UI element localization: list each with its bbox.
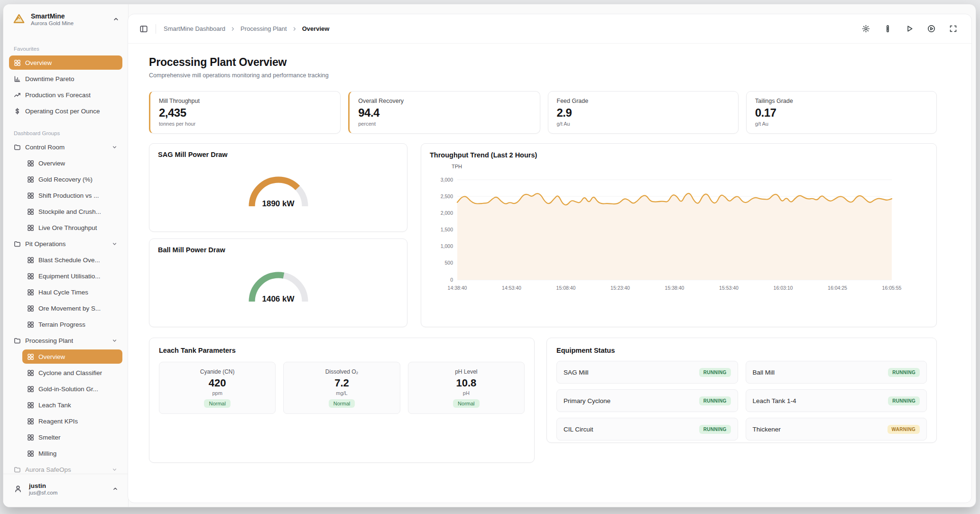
sidebar-item-label: Stockpile and Crush...: [38, 208, 101, 215]
panel-header: SmartMine Dashboard Processing Plant Ove…: [128, 14, 971, 44]
brand: SmartMine Aurora Gold Mine: [3, 4, 128, 30]
breadcrumb-item[interactable]: Processing Plant: [240, 25, 287, 32]
group-label: Control Room: [25, 144, 65, 151]
page-title: Processing Plant Overview: [149, 56, 937, 69]
grid-icon: [27, 289, 34, 296]
svg-text:0: 0: [450, 277, 453, 283]
kpi-card-feed-grade: Feed Grade 2.9 g/t Au: [548, 91, 739, 134]
sidebar-item-blast-schedule-ove-[interactable]: Blast Schedule Ove...: [22, 253, 122, 267]
group-label: Pit Operations: [25, 240, 66, 248]
sidebar-group-aurora-safeops[interactable]: Aurora SafeOps: [9, 462, 122, 474]
svg-text:500: 500: [444, 260, 453, 266]
kpi-label: Mill Throughput: [159, 98, 332, 104]
ball-mill-gauge: 1406 kW: [238, 260, 319, 304]
param-unit: pH: [463, 390, 470, 396]
play-circle-icon[interactable]: [924, 22, 938, 36]
status-badge: RUNNING: [888, 396, 920, 405]
sidebar-item-production-vs-forecast[interactable]: Production vs Forecast: [9, 88, 122, 102]
sidebar-item-equipment-utilisatio-[interactable]: Equipment Utilisatio...: [22, 269, 122, 283]
sidebar-item-shift-production-vs-[interactable]: Shift Production vs ...: [22, 188, 122, 202]
grid-icon: [27, 418, 34, 425]
throughput-trend-card: Throughput Trend (Last 2 Hours) TPH05001…: [421, 143, 937, 327]
sidebar-item-gold-recovery-[interactable]: Gold Recovery (%): [22, 172, 122, 186]
kpi-value: 2.9: [557, 106, 730, 119]
sidebar-item-label: Live Ore Throughput: [38, 224, 97, 231]
param-unit: ppm: [212, 390, 222, 396]
sidebar-item-live-ore-throughput[interactable]: Live Ore Throughput: [22, 220, 122, 235]
kpi-value: 0.17: [755, 106, 928, 119]
gauge-value: 1890 kW: [238, 199, 319, 209]
user-footer[interactable]: justin jus@sf.com: [3, 474, 128, 507]
sidebar-item-overview[interactable]: Overview: [9, 55, 122, 70]
status-badge: Normal: [453, 399, 479, 408]
play-icon[interactable]: [902, 22, 916, 36]
sidebar-item-leach-tank[interactable]: Leach Tank: [22, 398, 122, 412]
grid-icon: [27, 402, 34, 409]
sidebar-item-smelter[interactable]: Smelter: [22, 430, 122, 444]
grid-icon: [27, 305, 34, 312]
sidebar-item-stockpile-and-crush-[interactable]: Stockpile and Crush...: [22, 204, 122, 219]
param-value: 420: [209, 377, 226, 389]
thermometer-icon[interactable]: [880, 22, 895, 36]
sidebar-item-overview[interactable]: Overview: [22, 349, 122, 364]
sidebar-item-label: Overview: [25, 59, 52, 66]
sidebar-group-control-room[interactable]: Control Room: [9, 140, 122, 154]
sag-mill-gauge: 1890 kW: [238, 165, 319, 209]
equipment-status-card: Equipment Status SAG Mill RUNNINGBall Mi…: [546, 338, 937, 443]
sidebar-item-label: Gold Recovery (%): [38, 176, 92, 183]
equipment-card-title: Equipment Status: [556, 347, 927, 354]
svg-text:16:05:55: 16:05:55: [882, 285, 902, 291]
sidebar-item-label: Milling: [38, 450, 56, 457]
header-divider: [156, 24, 156, 34]
sidebar-item-terrain-progress[interactable]: Terrain Progress: [22, 317, 122, 331]
sidebar-item-label: Production vs Forecast: [25, 92, 91, 99]
sidebar-item-operating-cost-per-ounce[interactable]: Operating Cost per Ounce: [9, 104, 122, 118]
sidebar-group-processing-plant[interactable]: Processing Plant: [9, 333, 122, 348]
sidebar-item-label: Ore Movement by S...: [38, 305, 101, 312]
grid-icon: [27, 353, 34, 360]
breadcrumb-item[interactable]: SmartMine Dashboard: [164, 25, 225, 32]
sidebar-scroll-area[interactable]: Favourites OverviewDowntime ParetoProduc…: [3, 40, 128, 474]
sidebar-item-overview[interactable]: Overview: [22, 156, 122, 170]
status-badge: Normal: [329, 399, 355, 408]
folder-icon: [14, 466, 21, 473]
kpi-value: 2,435: [159, 106, 332, 119]
sidebar-item-cyclone-and-classifier[interactable]: Cyclone and Classifier: [22, 366, 122, 380]
sidebar-item-downtime-pareto[interactable]: Downtime Pareto: [9, 72, 122, 86]
sidebar-item-milling[interactable]: Milling: [22, 446, 122, 460]
settings-icon[interactable]: [859, 22, 873, 36]
sidebar-item-haul-cycle-times[interactable]: Haul Cycle Times: [22, 285, 122, 299]
trend-icon: [14, 92, 21, 99]
page-subtitle: Comprehensive mill operations monitoring…: [149, 72, 937, 79]
status-badge: RUNNING: [699, 425, 731, 434]
grid-icon: [27, 434, 34, 441]
panel-left-toggle-icon[interactable]: [138, 23, 150, 35]
param-unit: mg/L: [336, 390, 347, 396]
svg-text:15:23:40: 15:23:40: [610, 285, 630, 291]
kpi-unit: percent: [358, 121, 531, 127]
sag-mill-gauge-card: SAG Mill Power Draw 1890 kW: [149, 143, 407, 232]
gauge-card-title: SAG Mill Power Draw: [158, 151, 398, 158]
grid-icon: [27, 369, 34, 376]
sidebar-item-gold-in-solution-gr-[interactable]: Gold-in-Solution Gr...: [22, 382, 122, 396]
fullscreen-icon[interactable]: [946, 22, 960, 36]
chevron-down-icon: [111, 467, 118, 473]
kpi-row: Mill Throughput 2,435 tonnes per hourOve…: [149, 91, 937, 134]
svg-text:15:08:40: 15:08:40: [556, 285, 576, 291]
user-menu-button[interactable]: [110, 484, 120, 494]
leach-param-cyanide-cn-: Cyanide (CN) 420 ppm Normal: [159, 362, 276, 414]
sidebar-group-pit-operations[interactable]: Pit Operations: [9, 237, 122, 251]
sidebar-collapse-button[interactable]: [111, 14, 121, 25]
brand-org: Aurora Gold Mine: [31, 20, 106, 26]
equipment-grid: SAG Mill RUNNINGBall Mill RUNNINGPrimary…: [556, 361, 927, 441]
grid-icon: [27, 386, 34, 393]
svg-text:14:53:40: 14:53:40: [502, 285, 521, 291]
status-badge: Normal: [204, 399, 230, 408]
sidebar-item-ore-movement-by-s-[interactable]: Ore Movement by S...: [22, 301, 122, 315]
sidebar-item-reagent-kpis[interactable]: Reagent KPIs: [22, 414, 122, 428]
throughput-trend-chart[interactable]: TPH05001,0001,5002,0002,5003,00014:38:40…: [430, 161, 928, 312]
grid-icon: [27, 208, 34, 215]
folder-icon: [14, 144, 21, 151]
equipment-name: SAG Mill: [564, 369, 589, 376]
chart-title: Throughput Trend (Last 2 Hours): [430, 151, 928, 159]
